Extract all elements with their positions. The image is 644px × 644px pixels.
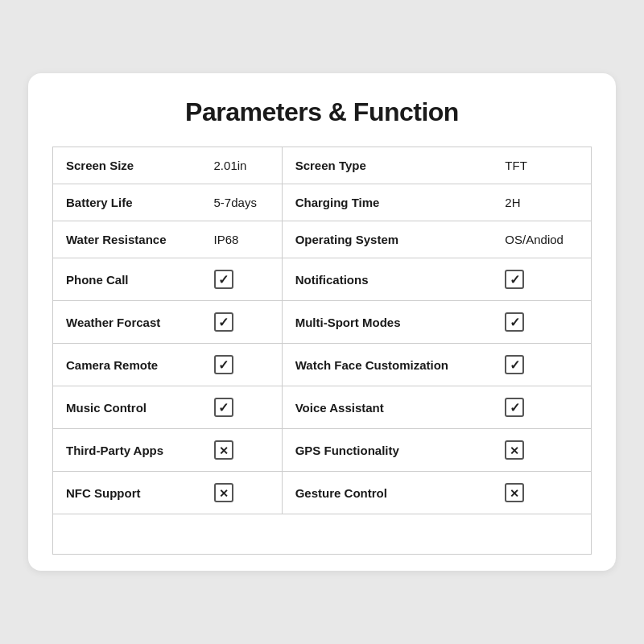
left-label: NFC Support: [53, 472, 201, 514]
right-checkbox-x: [492, 472, 591, 514]
left-value: 5-7days: [201, 184, 283, 221]
left-value: IP68: [201, 221, 283, 258]
left-label: Screen Size: [53, 147, 201, 184]
empty-cell-left: [53, 514, 283, 555]
checkbox-checked: [505, 270, 524, 289]
table-row: Screen Size 2.01in Screen Type TFT: [53, 147, 592, 184]
card: Parameters & Function Screen Size 2.01in…: [28, 73, 616, 571]
checkbox-checked: [214, 270, 233, 289]
left-value: 2.01in: [201, 147, 283, 184]
right-label: Screen Type: [282, 147, 492, 184]
table-row: Music Control Voice Assistant: [53, 386, 592, 429]
right-checkbox: [492, 258, 591, 301]
table-row: Third-Party Apps GPS Functionality: [53, 429, 592, 472]
table-row: Phone Call Notifications: [53, 258, 592, 301]
right-label: Multi-Sport Modes: [282, 301, 492, 344]
right-checkbox: [492, 386, 591, 429]
table-row: Battery Life 5-7days Charging Time 2H: [53, 184, 592, 221]
checkbox-checked: [505, 312, 524, 332]
left-checkbox-x: [201, 429, 283, 472]
table-row: Water Resistance IP68 Operating System O…: [53, 221, 592, 258]
table-row: Weather Forcast Multi-Sport Modes: [53, 301, 592, 344]
page-title: Parameters & Function: [52, 97, 592, 127]
checkbox-checked: [214, 312, 233, 332]
left-label: Music Control: [53, 386, 201, 429]
left-checkbox: [201, 344, 283, 386]
left-checkbox: [201, 258, 283, 301]
left-checkbox: [201, 386, 283, 429]
left-checkbox: [201, 301, 283, 344]
table-row: NFC Support Gesture Control: [53, 472, 592, 514]
right-label: GPS Functionality: [282, 429, 492, 472]
right-label: Notifications: [282, 258, 492, 301]
left-label: Battery Life: [53, 184, 201, 221]
right-label: Operating System: [282, 221, 492, 258]
left-label: Phone Call: [53, 258, 201, 301]
right-checkbox-x: [492, 429, 591, 472]
table-row: Camera Remote Watch Face Customization: [53, 344, 592, 386]
left-label: Third-Party Apps: [53, 429, 201, 472]
right-label: Charging Time: [282, 184, 492, 221]
checkbox-x: [505, 483, 524, 502]
right-value: TFT: [492, 147, 591, 184]
right-value: OS/Andiod: [492, 221, 591, 258]
checkbox-x: [505, 440, 524, 460]
right-checkbox: [492, 344, 591, 386]
empty-cell-right: [282, 514, 591, 555]
right-label: Voice Assistant: [282, 386, 492, 429]
checkbox-checked: [214, 355, 233, 374]
checkbox-x: [214, 440, 233, 460]
left-label: Camera Remote: [53, 344, 201, 386]
checkbox-checked: [505, 398, 524, 417]
left-label: Water Resistance: [53, 221, 201, 258]
right-label: Gesture Control: [282, 472, 492, 514]
left-checkbox-x: [201, 472, 283, 514]
params-table: Screen Size 2.01in Screen Type TFT Batte…: [52, 147, 592, 555]
checkbox-checked: [214, 398, 233, 417]
right-checkbox: [492, 301, 591, 344]
left-label: Weather Forcast: [53, 301, 201, 344]
table-row: [53, 514, 592, 555]
checkbox-checked: [505, 355, 524, 374]
right-value: 2H: [492, 184, 591, 221]
right-label: Watch Face Customization: [282, 344, 492, 386]
checkbox-x: [214, 483, 233, 502]
